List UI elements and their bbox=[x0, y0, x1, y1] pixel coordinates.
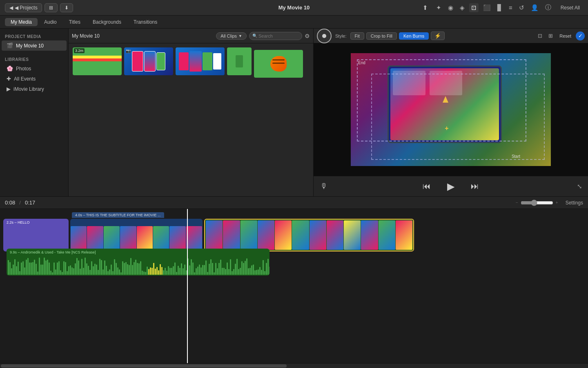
media-panel: My Movie 10 All Clips ▼ 🔍 ⚙ 3.2m bbox=[69, 29, 314, 196]
libraries-section: LIBRARIES bbox=[0, 55, 68, 63]
tab-audio[interactable]: Audio bbox=[38, 18, 62, 26]
project-media-section: PROJECT MEDIA bbox=[0, 32, 68, 40]
film-icon: 🎬 bbox=[7, 43, 13, 49]
ken-burns-start-label: Start bbox=[512, 154, 520, 159]
skip-back-button[interactable]: ⏮ bbox=[419, 180, 434, 193]
info-button[interactable]: ⓘ bbox=[543, 3, 553, 12]
color-wheel-button[interactable]: ◉ bbox=[446, 3, 455, 12]
left-sidebar: PROJECT MEDIA 🎬 My Movie 10 LIBRARIES 🌸 … bbox=[0, 29, 69, 196]
sidebar-item-imovie-library[interactable]: ▶ iMovie Library bbox=[2, 84, 67, 94]
ken-burns-start-box bbox=[371, 74, 545, 160]
playhead bbox=[187, 209, 188, 363]
audio-label: 9.9s – Andromedik & Used - Take Me [NCS … bbox=[10, 250, 96, 254]
window-title: My Movie 10 bbox=[278, 4, 310, 11]
current-time-display: 0:08 bbox=[5, 200, 15, 206]
back-arrow-icon: ◀ bbox=[9, 5, 13, 11]
rotate-button[interactable]: ↺ bbox=[517, 3, 526, 12]
sidebar-item-label: My Movie 10 bbox=[16, 43, 44, 49]
ken-burns-button[interactable]: Ken Burns bbox=[399, 32, 429, 40]
library-icon: ▶ bbox=[7, 86, 11, 92]
tab-titles[interactable]: Titles bbox=[63, 18, 86, 26]
duration-badge-1: 3.2m bbox=[74, 48, 85, 53]
thumbnail-3[interactable] bbox=[176, 47, 225, 75]
ken-burns-crosshair: + bbox=[445, 125, 448, 132]
play-button[interactable]: ▶ bbox=[444, 179, 458, 194]
title-bar: ◀ ◀ Projects ⊞ ⬇ My Movie 10 ⬆ ✦ ◉ ◈ ⊡ ⬛… bbox=[0, 0, 588, 16]
all-clips-selector[interactable]: All Clips ▼ bbox=[216, 32, 247, 40]
video-track-row: 4.0s – THIS IS THE SUBTITLE FOR THE iMOV… bbox=[0, 209, 588, 246]
camera-button[interactable]: ⬛ bbox=[481, 3, 493, 12]
zoom-slider-max: + bbox=[556, 200, 558, 205]
thumbnail-2[interactable]: 📷 bbox=[124, 47, 173, 75]
sidebar-item-photos[interactable]: 🌸 Photos bbox=[2, 63, 67, 74]
ken-burns-end-label: End bbox=[358, 61, 365, 65]
photos-icon: 🌸 bbox=[7, 65, 13, 72]
projects-button[interactable]: ◀ ◀ Projects bbox=[5, 3, 42, 12]
download-icon: ⬇ bbox=[65, 5, 69, 11]
projects-label: ◀ Projects bbox=[15, 5, 38, 11]
person-button[interactable]: 👤 bbox=[529, 3, 541, 12]
sidebar-item-all-events[interactable]: ✚ All Events bbox=[2, 74, 67, 84]
crop-expand-button[interactable]: ⊞ bbox=[546, 32, 555, 40]
camera-badge-icon: 📷 bbox=[126, 49, 131, 53]
reset-all-button[interactable]: Reset All bbox=[557, 4, 583, 11]
export-button[interactable]: ⬆ bbox=[421, 3, 430, 13]
chevron-down-icon: ▼ bbox=[238, 34, 242, 38]
audio-track-row: 9.9s – Andromedik & Used - Take Me [NCS … bbox=[0, 246, 588, 278]
video-frame: End Start + bbox=[351, 53, 551, 166]
magic-wand-button[interactable]: ✦ bbox=[434, 3, 443, 12]
reset-button[interactable]: Reset bbox=[557, 33, 574, 39]
sidebar-item-label: iMovie Library bbox=[13, 86, 44, 92]
sidebar-item-my-movie[interactable]: 🎬 My Movie 10 bbox=[2, 40, 67, 51]
nav-tabs-bar: My Media Audio Titles Backgrounds Transi… bbox=[0, 16, 588, 29]
media-panel-title: My Movie 10 bbox=[72, 33, 100, 39]
thumbnail-1[interactable]: 3.2m bbox=[73, 47, 122, 75]
tab-backgrounds[interactable]: Backgrounds bbox=[87, 18, 127, 26]
search-wrapper: 🔍 bbox=[249, 32, 302, 40]
thumbnail-4[interactable] bbox=[227, 47, 252, 75]
lightning-button[interactable]: ⚡ bbox=[431, 31, 445, 40]
total-time-display: 0:17 bbox=[25, 200, 35, 206]
bars-button[interactable]: ≡ bbox=[507, 3, 514, 12]
plus-icon: ✚ bbox=[7, 76, 11, 82]
layout-toggle-button[interactable]: ⊞ bbox=[45, 3, 58, 12]
filter-button[interactable]: ◈ bbox=[458, 3, 467, 12]
media-thumbnails-grid: 3.2m 📷 bbox=[69, 43, 313, 196]
search-icon: 🔍 bbox=[252, 34, 257, 38]
audio-button[interactable]: ▊ bbox=[495, 3, 504, 12]
zoom-slider-min: − bbox=[516, 200, 518, 205]
thumbnail-5[interactable] bbox=[254, 50, 303, 78]
microphone-button[interactable]: 🎙 bbox=[320, 182, 327, 191]
skip-forward-button[interactable]: ⏭ bbox=[468, 180, 482, 193]
export-icon: ⬆ bbox=[423, 4, 428, 11]
fit-button[interactable]: Fit bbox=[350, 32, 364, 40]
subtitle-label: 4.0s – THIS IS THE SUBTITLE FOR THE iMOV… bbox=[72, 212, 164, 218]
scrollbar-thumb[interactable] bbox=[1, 364, 287, 368]
media-toolbar: My Movie 10 All Clips ▼ 🔍 ⚙ bbox=[69, 29, 313, 43]
crop-to-fill-button[interactable]: Crop to Fill bbox=[366, 32, 397, 40]
download-button[interactable]: ⬇ bbox=[60, 3, 73, 12]
style-label: Style: bbox=[335, 34, 347, 38]
zoom-slider[interactable] bbox=[521, 200, 553, 206]
timeline-section: 0:08 / 0:17 − + Settings 4.0s – THIS IS … bbox=[0, 196, 588, 368]
tab-my-media[interactable]: My Media bbox=[5, 18, 38, 26]
sidebar-item-label: All Events bbox=[14, 76, 36, 82]
expand-button[interactable]: ⤡ bbox=[577, 183, 582, 190]
tab-transitions[interactable]: Transitions bbox=[128, 18, 163, 26]
sidebar-item-label: Photos bbox=[16, 66, 31, 72]
media-settings-button[interactable]: ⚙ bbox=[305, 33, 310, 39]
preview-panel: Style: Fit Crop to Fill Ken Burns ⚡ ⊡ ⊞ … bbox=[314, 29, 588, 196]
timeline-scrollbar[interactable] bbox=[0, 363, 588, 368]
layout-icon: ⊞ bbox=[49, 5, 53, 11]
all-clips-label: All Clips bbox=[220, 34, 237, 38]
playback-controls: ⏮ ▶ ⏭ 🎙 ⤡ bbox=[314, 176, 588, 196]
crop-rect-button[interactable]: ⊡ bbox=[536, 32, 544, 40]
preview-video-area: End Start + bbox=[314, 43, 588, 176]
timeline-settings-button[interactable]: Settings bbox=[566, 200, 583, 206]
crop-button[interactable]: ⊡ bbox=[469, 3, 479, 12]
clip-purple-label: 2.2s – HELLO bbox=[7, 220, 30, 224]
done-button[interactable]: ✓ bbox=[576, 31, 585, 40]
audio-clip[interactable]: 9.9s – Andromedik & Used - Take Me [NCS … bbox=[7, 249, 270, 276]
ken-burns-arrow bbox=[443, 96, 448, 103]
time-separator: / bbox=[19, 200, 21, 206]
